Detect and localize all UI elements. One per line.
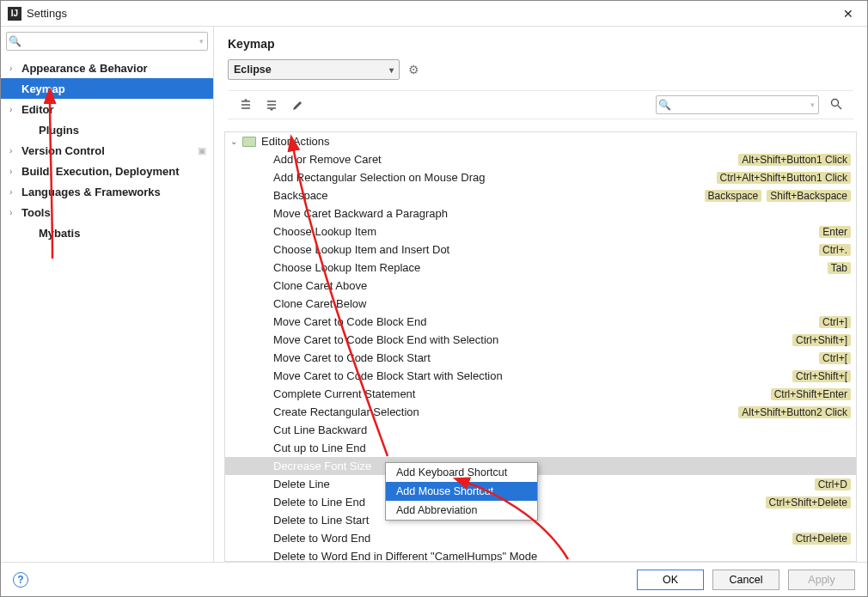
page-title: Keymap	[228, 37, 853, 51]
dialog-footer: ? OK Cancel Apply	[1, 562, 867, 596]
action-row[interactable]: Cut up to Line End	[225, 439, 856, 457]
shortcut-badge: Shift+Backspace	[767, 190, 851, 202]
action-row[interactable]: Complete Current StatementCtrl+Shift+Ent…	[225, 385, 856, 403]
sidebar-item-keymap[interactable]: Keymap	[1, 78, 213, 99]
help-icon[interactable]: ?	[13, 572, 28, 588]
chevron-right-icon: ›	[9, 167, 20, 176]
action-name: Delete to Word End in Different "CamelHu…	[273, 550, 851, 562]
action-row[interactable]: Clone Caret Above	[225, 277, 856, 295]
action-row[interactable]: Cut Line Backward	[225, 421, 856, 439]
chevron-right-icon: ›	[9, 146, 20, 155]
sidebar-item-label: Tools	[21, 206, 51, 219]
group-label: Editor Actions	[261, 135, 330, 148]
shortcut-badge: Ctrl+]	[819, 316, 851, 328]
action-row[interactable]: BackspaceBackspaceShift+Backspace	[225, 186, 856, 204]
shortcut-badge: Ctrl+Delete	[792, 533, 851, 545]
action-row[interactable]: Move Caret Backward a Paragraph	[225, 204, 856, 222]
sidebar-search: 🔍 ▾	[1, 27, 213, 54]
close-icon[interactable]: ✕	[836, 3, 860, 24]
edit-icon[interactable]	[290, 97, 305, 113]
sidebar-search-box[interactable]: 🔍 ▾	[6, 32, 208, 51]
window-title: Settings	[27, 7, 67, 20]
action-row[interactable]: Move Caret to Code Block End with Select…	[225, 331, 856, 349]
action-shortcuts: Ctrl+Shift+Enter	[771, 388, 851, 400]
cancel-button[interactable]: Cancel	[712, 570, 779, 590]
action-row[interactable]: Add or Remove CaretAlt+Shift+Button1 Cli…	[225, 150, 856, 168]
sidebar-item-label: Plugins	[39, 124, 79, 137]
action-row[interactable]: Choose Lookup ItemEnter	[225, 222, 856, 241]
sidebar-item-label: Keymap	[21, 82, 65, 95]
action-row[interactable]: Move Caret to Code Block EndCtrl+]	[225, 313, 856, 331]
sidebar-item-editor[interactable]: ›Editor	[1, 99, 213, 119]
action-row[interactable]: Move Caret to Code Block StartCtrl+[	[225, 349, 856, 367]
action-name: Create Rectangular Selection	[273, 405, 738, 418]
action-name: Move Caret to Code Block Start	[273, 351, 819, 364]
action-shortcuts: Ctrl+Shift+Delete	[766, 496, 851, 509]
settings-tree: ›Appearance & BehaviorKeymap›EditorPlugi…	[1, 54, 213, 562]
action-shortcuts: Ctrl+Shift+[	[792, 370, 851, 382]
action-name: Choose Lookup Item	[273, 225, 819, 238]
action-name: Cut Line Backward	[273, 423, 851, 436]
collapse-all-icon[interactable]	[264, 97, 279, 113]
action-row[interactable]: Delete to Line Start	[225, 511, 856, 529]
context-menu-item[interactable]: Add Abbreviation	[386, 501, 537, 520]
sidebar-item-tools[interactable]: ›Tools	[1, 202, 213, 222]
chevron-right-icon: ›	[9, 208, 20, 217]
sidebar-search-input[interactable]	[22, 34, 199, 49]
context-menu-item[interactable]: Add Keyboard Shortcut	[386, 463, 537, 482]
action-shortcuts: Ctrl+D	[815, 478, 851, 490]
scheme-value: Eclipse	[234, 64, 272, 76]
apply-button[interactable]: Apply	[788, 570, 855, 590]
sidebar-item-languages-frameworks[interactable]: ›Languages & Frameworks	[1, 181, 213, 202]
action-name: Delete Line	[273, 478, 815, 490]
sidebar-item-mybatis[interactable]: Mybatis	[1, 222, 213, 243]
action-row[interactable]: Clone Caret Below	[225, 295, 856, 313]
chevron-right-icon: ›	[9, 105, 20, 114]
action-name: Clone Caret Below	[273, 297, 851, 310]
context-menu: Add Keyboard ShortcutAdd Mouse ShortcutA…	[385, 462, 538, 521]
action-shortcuts: Alt+Shift+Button2 Click	[738, 406, 851, 418]
action-name: Move Caret to Code Block End	[273, 315, 819, 328]
keymap-scheme-select[interactable]: Eclipse ▾	[228, 59, 400, 80]
sidebar-item-plugins[interactable]: Plugins	[1, 119, 213, 140]
action-row[interactable]: Create Rectangular SelectionAlt+Shift+Bu…	[225, 403, 856, 421]
action-row[interactable]: Decrease Font Size	[225, 457, 856, 475]
ok-button[interactable]: OK	[637, 570, 704, 590]
actions-tree[interactable]: ⌄Editor ActionsAdd or Remove CaretAlt+Sh…	[225, 132, 856, 562]
find-by-shortcut-icon[interactable]	[829, 97, 843, 113]
action-row[interactable]: Move Caret to Code Block Start with Sele…	[225, 367, 856, 385]
action-name: Move Caret to Code Block Start with Sele…	[273, 369, 792, 382]
action-row[interactable]: Choose Lookup Item and Insert DotCtrl+.	[225, 241, 856, 259]
action-name: Move Caret Backward a Paragraph	[273, 207, 851, 220]
action-shortcuts: Enter	[819, 226, 851, 238]
action-name: Choose Lookup Item Replace	[273, 261, 828, 274]
action-shortcuts: Ctrl+[	[819, 352, 851, 364]
sidebar: 🔍 ▾ ›Appearance & BehaviorKeymap›EditorP…	[1, 27, 214, 562]
main-header: Keymap Eclipse ▾ ⚙	[214, 27, 867, 126]
action-name: Add or Remove Caret	[273, 153, 738, 166]
sidebar-item-build-execution-deployment[interactable]: ›Build, Execution, Deployment	[1, 161, 213, 181]
actions-search-box[interactable]: 🔍 ▾	[656, 95, 819, 114]
action-row[interactable]: Delete to Word End in Different "CamelHu…	[225, 547, 856, 562]
action-row[interactable]: Delete to Word EndCtrl+Delete	[225, 529, 856, 547]
action-row[interactable]: Delete LineCtrl+D	[225, 475, 856, 493]
expand-all-icon[interactable]	[238, 97, 254, 113]
actions-search-input[interactable]	[672, 97, 810, 113]
gear-icon[interactable]: ⚙	[408, 63, 419, 76]
sidebar-item-appearance-behavior[interactable]: ›Appearance & Behavior	[1, 58, 213, 78]
action-row[interactable]: Choose Lookup Item ReplaceTab	[225, 259, 856, 277]
shortcut-badge: Ctrl+Shift+[	[792, 370, 851, 382]
sidebar-item-version-control[interactable]: ›Version Control▣	[1, 140, 213, 161]
shortcut-badge: Ctrl+.	[819, 244, 851, 256]
action-shortcuts: Tab	[828, 262, 851, 274]
action-shortcuts: Alt+Shift+Button1 Click	[738, 154, 851, 166]
chevron-down-icon[interactable]: ▾	[810, 101, 818, 109]
shortcut-badge: Enter	[819, 226, 851, 238]
action-name: Delete to Word End	[273, 532, 792, 545]
action-row[interactable]: Delete to Line EndCtrl+Shift+Delete	[225, 493, 856, 511]
context-menu-item[interactable]: Add Mouse Shortcut	[386, 482, 537, 501]
action-group[interactable]: ⌄Editor Actions	[225, 132, 856, 150]
chevron-down-icon[interactable]: ▾	[199, 37, 207, 46]
action-row[interactable]: Add Rectangular Selection on Mouse DragC…	[225, 168, 856, 186]
action-shortcuts: Ctrl+.	[819, 244, 851, 256]
